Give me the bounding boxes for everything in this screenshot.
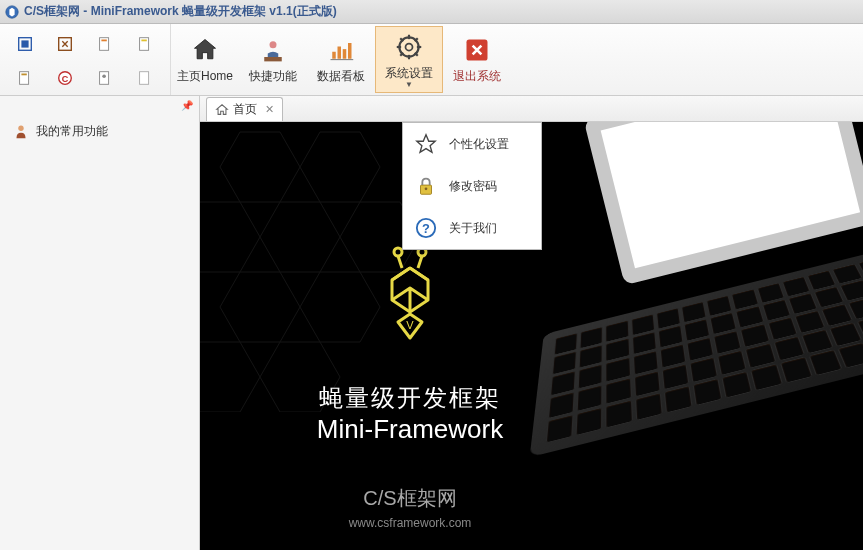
svg-point-33	[18, 126, 23, 131]
svg-point-40	[425, 187, 428, 190]
svg-line-37	[418, 256, 422, 268]
settings-button[interactable]: 系统设置 ▼	[375, 26, 443, 93]
lock-icon	[415, 175, 437, 197]
svg-rect-20	[348, 43, 352, 59]
close-icon	[463, 34, 491, 66]
home-icon	[215, 103, 229, 117]
home-button[interactable]: 主页Home	[171, 26, 239, 93]
hero-en-title: Mini-Framework	[317, 414, 503, 445]
svg-point-23	[406, 44, 413, 51]
svg-rect-2	[21, 40, 28, 47]
svg-rect-18	[338, 47, 342, 59]
svg-rect-17	[332, 52, 336, 59]
titlebar: C/S框架网 - MiniFramework 蝇量级开发框架 v1.1(正式版)	[0, 0, 863, 24]
hero-block: V 蝇量级开发框架 Mini-Framework C/S框架网 www.csfr…	[270, 242, 550, 530]
svg-rect-16	[264, 57, 282, 61]
app-icon	[4, 4, 20, 20]
grid-item-1[interactable]	[6, 28, 44, 60]
hero-url: www.csframework.com	[349, 516, 472, 530]
dashboard-button[interactable]: 数据看板	[307, 26, 375, 93]
grid-item-5[interactable]	[6, 62, 44, 94]
menu-password[interactable]: 修改密码	[403, 165, 541, 207]
main-area: 📌 我的常用功能 首页 ✕	[0, 96, 863, 550]
sidebar-item-favorites[interactable]: 我的常用功能	[0, 116, 199, 146]
svg-text:C: C	[62, 74, 69, 84]
favorites-label: 我的常用功能	[36, 123, 108, 140]
tab-home[interactable]: 首页 ✕	[206, 97, 283, 121]
star-icon	[415, 133, 437, 155]
svg-point-13	[102, 74, 106, 78]
person-icon	[259, 34, 287, 66]
svg-rect-14	[140, 72, 149, 85]
svg-rect-5	[101, 40, 106, 42]
logo-icon: V	[370, 242, 450, 352]
home-canvas: V 蝇量级开发框架 Mini-Framework C/S框架网 www.csfr…	[200, 122, 863, 550]
tab-close-icon[interactable]: ✕	[265, 103, 274, 116]
sidebar: 📌 我的常用功能	[0, 96, 200, 550]
ribbon-main-buttons: 主页Home 快捷功能 数据看板 系统设置 ▼ 退出系统	[171, 24, 511, 95]
svg-text:V: V	[406, 319, 414, 331]
svg-rect-9	[21, 74, 26, 76]
home-icon	[191, 34, 219, 66]
svg-rect-19	[343, 49, 347, 59]
settings-dropdown: 个性化设置 修改密码 ? 关于我们	[402, 122, 542, 250]
home-label: 主页Home	[177, 68, 233, 85]
chevron-down-icon: ▼	[405, 82, 413, 88]
password-label: 修改密码	[449, 178, 497, 195]
pin-icon[interactable]: 📌	[181, 100, 193, 111]
about-label: 关于我们	[449, 220, 497, 237]
grid-item-3[interactable]	[86, 28, 124, 60]
hero-cn-title: 蝇量级开发框架	[319, 382, 501, 414]
svg-line-36	[398, 256, 402, 268]
grid-item-7[interactable]	[86, 62, 124, 94]
tab-bar: 首页 ✕	[200, 96, 863, 122]
svg-rect-7	[141, 40, 146, 42]
titlebar-text: C/S框架网 - MiniFramework 蝇量级开发框架 v1.1(正式版)	[24, 3, 337, 20]
grid-item-2[interactable]	[46, 28, 84, 60]
svg-text:?: ?	[422, 221, 430, 236]
svg-point-15	[270, 41, 277, 48]
grid-item-6[interactable]: C	[46, 62, 84, 94]
tab-label: 首页	[233, 101, 257, 118]
dashboard-label: 数据看板	[317, 68, 365, 85]
hero-brand: C/S框架网	[363, 485, 456, 512]
gear-icon	[395, 31, 423, 63]
content-area: 首页 ✕	[200, 96, 863, 550]
ribbon-toolbar: C 主页Home 快捷功能 数据看板 系统设置 ▼ 退出系统	[0, 24, 863, 96]
grid-item-8[interactable]	[126, 62, 164, 94]
help-icon: ?	[415, 217, 437, 239]
grid-item-4[interactable]	[126, 28, 164, 60]
chart-icon	[327, 34, 355, 66]
exit-label: 退出系统	[453, 68, 501, 85]
quick-button[interactable]: 快捷功能	[239, 26, 307, 93]
exit-button[interactable]: 退出系统	[443, 26, 511, 93]
personalize-label: 个性化设置	[449, 136, 509, 153]
menu-about[interactable]: ? 关于我们	[403, 207, 541, 249]
svg-point-34	[394, 248, 402, 256]
person-icon	[12, 122, 30, 140]
quick-label: 快捷功能	[249, 68, 297, 85]
menu-personalize[interactable]: 个性化设置	[403, 123, 541, 165]
ribbon-quick-grid: C	[0, 24, 171, 95]
